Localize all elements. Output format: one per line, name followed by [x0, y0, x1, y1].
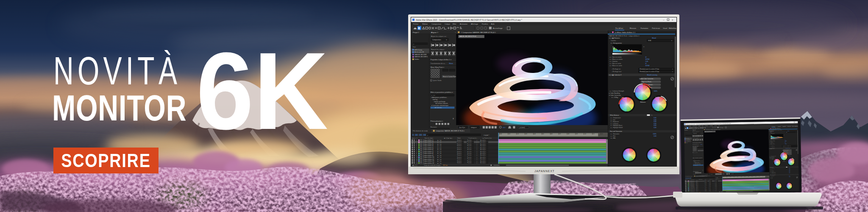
svg-text:JAPANNEXT: JAPANNEXT — [534, 170, 555, 173]
